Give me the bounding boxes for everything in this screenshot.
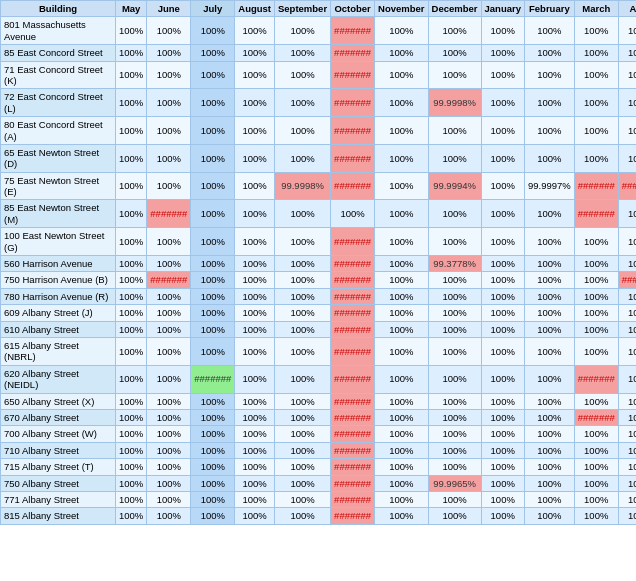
data-cell: 100% — [275, 144, 331, 172]
col-header-july: July — [191, 1, 235, 17]
data-cell: 100% — [618, 117, 636, 145]
data-cell: 100% — [235, 409, 275, 425]
data-cell: 100% — [116, 337, 147, 365]
data-cell: 100% — [481, 491, 524, 507]
data-cell: 100% — [191, 89, 235, 117]
data-cell: 100% — [331, 200, 375, 228]
data-cell: 100% — [191, 475, 235, 491]
data-cell: 100% — [191, 459, 235, 475]
data-cell: ####### — [331, 228, 375, 256]
data-cell: 100% — [191, 228, 235, 256]
data-cell: 100% — [574, 228, 618, 256]
data-cell: ####### — [331, 491, 375, 507]
table-row: 85 East Concord Street100%100%100%100%10… — [1, 45, 637, 61]
table-row: 670 Albany Street100%100%100%100%100%###… — [1, 409, 637, 425]
data-cell: 100% — [375, 228, 428, 256]
data-cell: ####### — [191, 365, 235, 393]
data-cell: 100% — [235, 89, 275, 117]
data-cell: 100% — [147, 172, 191, 200]
table-row: 620 Albany Street (NEIDL)100%100%#######… — [1, 365, 637, 393]
building-name-cell: 780 Harrison Avenue (R) — [1, 288, 116, 304]
data-cell: 100% — [618, 508, 636, 524]
main-table-container[interactable]: Building May June July August September … — [0, 0, 636, 581]
data-cell: ####### — [331, 256, 375, 272]
data-cell: ####### — [331, 508, 375, 524]
data-cell: 100% — [524, 508, 574, 524]
data-cell: 100% — [375, 393, 428, 409]
data-cell: ####### — [331, 117, 375, 145]
data-cell: 100% — [235, 272, 275, 288]
data-cell: 100% — [116, 365, 147, 393]
data-cell: 100% — [524, 228, 574, 256]
data-cell: ####### — [331, 144, 375, 172]
data-cell: 100% — [191, 45, 235, 61]
data-cell: 100% — [191, 491, 235, 507]
data-cell: 100% — [524, 117, 574, 145]
building-name-cell: 650 Albany Street (X) — [1, 393, 116, 409]
data-cell: 100% — [375, 409, 428, 425]
data-cell: 100% — [574, 17, 618, 45]
building-name-cell: 615 Albany Street (NBRL) — [1, 337, 116, 365]
data-cell: 100% — [235, 393, 275, 409]
data-cell: 100% — [481, 426, 524, 442]
data-cell: 100% — [191, 272, 235, 288]
data-cell: 100% — [191, 305, 235, 321]
data-cell: 100% — [481, 337, 524, 365]
data-cell: 100% — [116, 117, 147, 145]
data-cell: 100% — [147, 61, 191, 89]
data-cell: 100% — [428, 117, 481, 145]
data-cell: ####### — [331, 272, 375, 288]
data-cell: ####### — [147, 200, 191, 228]
data-cell: 100% — [147, 409, 191, 425]
data-cell: 100% — [147, 321, 191, 337]
data-cell: 100% — [428, 491, 481, 507]
data-cell: 100% — [574, 337, 618, 365]
data-cell: 100% — [481, 89, 524, 117]
data-cell: 100% — [481, 200, 524, 228]
data-cell: 100% — [524, 491, 574, 507]
data-cell: 100% — [481, 459, 524, 475]
data-cell: 100% — [191, 288, 235, 304]
data-cell: 100% — [147, 17, 191, 45]
data-cell: 100% — [481, 288, 524, 304]
building-name-cell: 71 East Concord Street (K) — [1, 61, 116, 89]
data-cell: 100% — [235, 288, 275, 304]
data-cell: 100% — [574, 117, 618, 145]
data-cell: 100% — [428, 144, 481, 172]
col-header-november: November — [375, 1, 428, 17]
data-cell: 100% — [524, 144, 574, 172]
data-cell: 100% — [618, 365, 636, 393]
data-cell: 100% — [524, 365, 574, 393]
data-cell: 100% — [574, 256, 618, 272]
data-cell: 100% — [147, 305, 191, 321]
data-cell: ####### — [618, 172, 636, 200]
data-cell: 100% — [618, 409, 636, 425]
data-cell: 100% — [481, 172, 524, 200]
data-cell: 100% — [481, 272, 524, 288]
data-cell: 100% — [116, 272, 147, 288]
data-cell: 100% — [116, 321, 147, 337]
data-cell: 100% — [191, 117, 235, 145]
data-cell: 100% — [375, 365, 428, 393]
data-cell: ####### — [331, 365, 375, 393]
data-cell: 100% — [116, 45, 147, 61]
data-cell: 100% — [524, 459, 574, 475]
data-cell: 100% — [116, 17, 147, 45]
data-cell: 100% — [618, 491, 636, 507]
data-cell: 100% — [375, 17, 428, 45]
col-header-june: June — [147, 1, 191, 17]
data-cell: 100% — [481, 442, 524, 458]
data-cell: 100% — [428, 228, 481, 256]
data-cell: 100% — [235, 305, 275, 321]
data-cell: 100% — [574, 442, 618, 458]
data-cell: 100% — [191, 61, 235, 89]
data-cell: 100% — [481, 393, 524, 409]
data-cell: 100% — [524, 272, 574, 288]
table-row: 615 Albany Street (NBRL)100%100%100%100%… — [1, 337, 637, 365]
data-cell: ####### — [331, 172, 375, 200]
data-cell: 100% — [618, 200, 636, 228]
data-cell: 100% — [275, 337, 331, 365]
data-cell: 100% — [235, 172, 275, 200]
data-cell: 100% — [574, 393, 618, 409]
data-cell: 100% — [116, 228, 147, 256]
